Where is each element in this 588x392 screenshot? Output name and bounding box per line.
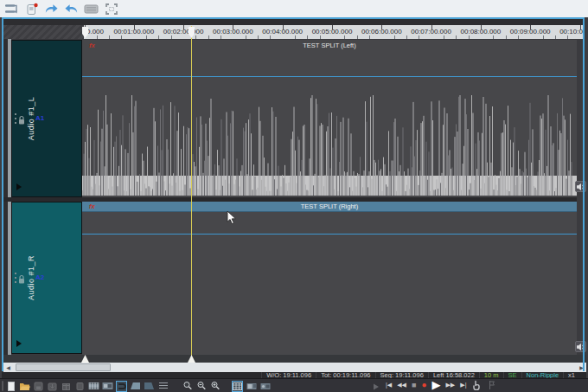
volume-envelope-line[interactable] <box>82 234 577 235</box>
flow-icon[interactable] <box>4 3 19 16</box>
event-title: TEST SPLIT (Left) <box>82 42 577 49</box>
ruler-minor-tick <box>506 35 507 39</box>
ruler-minor-tick <box>555 35 556 39</box>
track-name: Audio #1_L <box>27 97 35 141</box>
status-segment: x1 <box>563 372 579 378</box>
lock-icon <box>17 273 26 288</box>
status-segment: Non-Ripple <box>521 372 564 378</box>
playhead-cursor-line[interactable] <box>191 26 192 363</box>
package-icon <box>61 381 72 392</box>
file-tool-group <box>5 380 169 392</box>
record-button[interactable]: ● <box>421 379 426 391</box>
ruler-minor-tick <box>469 35 470 39</box>
track-header-audio-1R[interactable]: Audio #1_R A2 <box>11 202 82 354</box>
marker-flag-icon <box>486 380 497 391</box>
fade-in-icon[interactable] <box>130 381 141 392</box>
track-bus-label: A1 <box>35 114 44 122</box>
marker-bar[interactable] <box>3 19 585 25</box>
ruler-minor-tick <box>493 35 494 39</box>
ruler-minor-tick <box>146 35 147 39</box>
timeline-ruler[interactable]: 0.00000:01:00.00000:02:00.00000:03:00.00… <box>84 25 584 39</box>
stop-button[interactable]: ■ <box>412 379 416 391</box>
split-tool-icon[interactable] <box>116 381 127 392</box>
ruler-minor-tick <box>171 35 172 39</box>
mouse-pointer <box>227 210 237 225</box>
go-to-start-button[interactable]: |◀ <box>386 379 392 391</box>
export-icon <box>74 381 86 392</box>
ruler-major-tick <box>481 25 482 29</box>
ruler-minor-tick <box>357 35 358 39</box>
track-grip-icon[interactable] <box>15 273 16 283</box>
details-list-icon[interactable] <box>157 381 169 392</box>
status-segment: Left 16:58.022 <box>428 372 479 378</box>
rewind-button[interactable]: ◀◀ <box>397 379 406 391</box>
ruler-minor-tick <box>307 35 308 39</box>
ruler-minor-tick <box>97 35 98 39</box>
zoom-in-icon[interactable] <box>209 381 220 392</box>
storyboard-view-icon[interactable] <box>246 381 257 392</box>
event-title: TEST SPLIT (Right) <box>82 202 577 210</box>
fast-forward-button[interactable]: ▶▶ <box>445 379 455 391</box>
keyboard-icon <box>84 3 99 16</box>
ruler-minor-tick <box>456 35 457 39</box>
zoom-tool-icon[interactable] <box>182 381 193 392</box>
ruler-minor-tick <box>220 35 221 39</box>
selection-fit-icon[interactable] <box>104 3 118 16</box>
media-log-icon[interactable] <box>24 3 39 16</box>
undo-icon[interactable] <box>64 3 79 16</box>
ruler-major-tick <box>134 25 135 29</box>
volume-envelope-line[interactable] <box>82 76 577 77</box>
track-grip-icon[interactable] <box>15 113 16 124</box>
track-expand-icon[interactable] <box>16 183 22 190</box>
toolbar-grip[interactable] <box>2 381 3 391</box>
scroll-left-arrow[interactable]: ◀ <box>3 363 13 372</box>
new-project-icon[interactable] <box>5 381 16 392</box>
scrollbar-thumb[interactable] <box>16 363 111 371</box>
redo-icon[interactable] <box>44 3 59 16</box>
bottom-marker-strip <box>3 355 586 363</box>
scroll-right-arrow[interactable]: ▶ <box>577 363 586 372</box>
event-test-split-right[interactable]: fx TEST SPLIT (Right) <box>82 202 577 355</box>
media-clip-icon[interactable] <box>102 381 113 392</box>
ruler-minor-tick <box>320 35 321 39</box>
track-header-audio-1L[interactable]: Audio #1_L A1 <box>11 40 82 197</box>
ruler-minor-tick <box>246 35 246 39</box>
ruler-minor-tick <box>109 35 110 39</box>
ruler-major-tick <box>381 25 382 29</box>
zoom-out-icon[interactable] <box>195 381 207 392</box>
bottom-toolbar <box>0 378 588 392</box>
track1-speaker-button[interactable] <box>575 181 586 192</box>
lock-icon <box>17 113 26 129</box>
track2-speaker-button[interactable] <box>575 341 586 352</box>
ruler-minor-tick <box>195 35 196 39</box>
preview-disabled-icon <box>370 381 381 392</box>
video-file-icon[interactable] <box>88 381 99 392</box>
right-edge-strip <box>577 39 586 363</box>
open-file-icon[interactable] <box>19 381 30 392</box>
scrub-hand-icon[interactable] <box>470 380 482 391</box>
ruler-major-tick <box>332 25 333 29</box>
multitrack-view-icon[interactable] <box>232 381 243 392</box>
selected-event-titlebar[interactable]: fx TEST SPLIT (Right) <box>82 202 577 212</box>
save-icon <box>33 381 44 392</box>
ruler-minor-tick <box>295 35 296 39</box>
transport-buttons: |◀◀◀■●▶▶▶▶| <box>386 379 466 391</box>
scene-view-icon[interactable] <box>259 381 271 392</box>
ruler-label: 00:10:00.000 <box>551 28 585 35</box>
ruler-minor-tick <box>543 35 544 39</box>
app-window: 0.00000:01:00.00000:02:00.00000:03:00.00… <box>0 0 588 392</box>
ruler-minor-tick <box>444 35 444 39</box>
ruler-label: 0.000 <box>86 28 104 35</box>
go-to-end-button[interactable]: ▶| <box>460 379 466 391</box>
status-segment: SE <box>503 372 521 378</box>
event-test-split-left[interactable]: fx TEST SPLIT (Left) <box>82 40 577 198</box>
top-toolbar <box>0 0 588 17</box>
fade-out-icon[interactable] <box>144 381 155 392</box>
ruler-major-tick <box>580 25 581 29</box>
play-button[interactable]: ▶ <box>431 379 440 391</box>
ruler-minor-tick <box>344 35 345 39</box>
track-expand-icon[interactable] <box>16 340 22 347</box>
ruler-minor-tick <box>419 35 419 39</box>
ruler-corner-pad <box>3 25 84 39</box>
status-segment: Tot: 00:19:11.096 <box>316 372 374 378</box>
